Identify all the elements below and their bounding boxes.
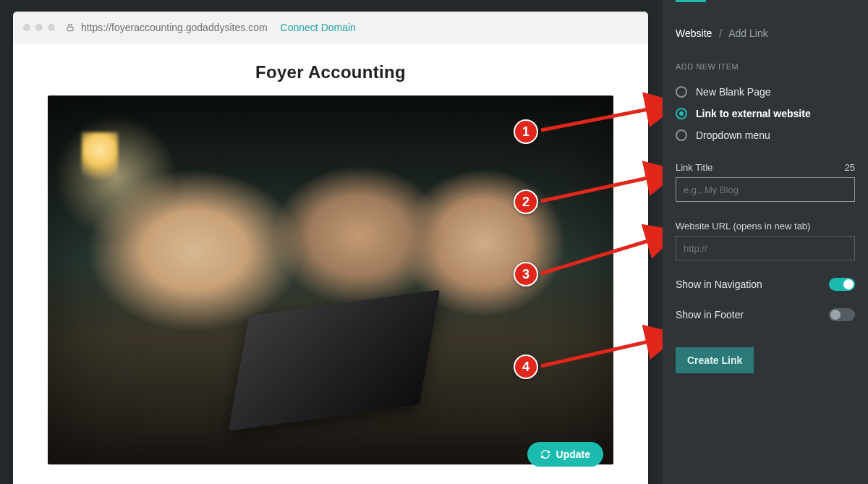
browser-window: https://foyeraccounting.godaddysites.com…	[13, 12, 648, 484]
radio-label: Dropdown menu	[696, 130, 770, 141]
option-new-blank-page[interactable]: New Blank Page	[676, 81, 855, 103]
radio-icon	[676, 130, 687, 141]
link-title-input[interactable]	[676, 177, 855, 202]
radio-label: New Blank Page	[696, 86, 771, 98]
create-link-button[interactable]: Create Link	[676, 347, 754, 373]
hero-image	[48, 95, 613, 464]
website-url-input[interactable]	[676, 236, 855, 260]
breadcrumb-root[interactable]: Website	[676, 27, 712, 39]
radio-icon	[676, 86, 687, 98]
connect-domain-link[interactable]: Connect Domain	[281, 22, 356, 33]
website-url-label: Website URL (opens in new tab)	[676, 221, 810, 232]
show-in-navigation-toggle[interactable]	[829, 278, 855, 291]
lock-icon	[65, 22, 75, 33]
url-text: https://foyeraccounting.godaddysites.com	[81, 22, 268, 33]
sidebar-tab-indicator	[663, 0, 868, 6]
option-link-external[interactable]: Link to external website	[676, 103, 855, 124]
show-in-navigation-label: Show in Navigation	[676, 279, 762, 290]
traffic-dot	[48, 24, 55, 31]
section-label: ADD NEW ITEM	[676, 62, 855, 71]
refresh-icon	[540, 449, 550, 459]
radio-icon	[676, 108, 687, 119]
link-title-label: Link Title	[676, 162, 712, 173]
breadcrumb-current: Add Link	[728, 27, 767, 39]
breadcrumb: Website / Add Link	[676, 12, 855, 43]
svg-rect-0	[67, 27, 73, 30]
radio-label: Link to external website	[696, 108, 811, 119]
page-preview: Foyer Accounting Update	[13, 43, 648, 484]
url-bar: https://foyeraccounting.godaddysites.com…	[13, 12, 648, 43]
traffic-dot	[23, 24, 30, 31]
site-title: Foyer Accounting	[13, 43, 648, 95]
update-button-label: Update	[556, 449, 590, 460]
link-title-char-count: 25	[845, 162, 855, 173]
breadcrumb-separator: /	[719, 27, 722, 39]
settings-sidebar: Website / Add Link ADD NEW ITEM New Blan…	[663, 0, 868, 484]
show-in-footer-label: Show in Footer	[676, 309, 744, 320]
window-controls	[23, 24, 55, 31]
option-dropdown-menu[interactable]: Dropdown menu	[676, 124, 855, 146]
update-button[interactable]: Update	[527, 442, 603, 467]
traffic-dot	[35, 24, 43, 31]
show-in-footer-toggle[interactable]	[829, 308, 855, 321]
